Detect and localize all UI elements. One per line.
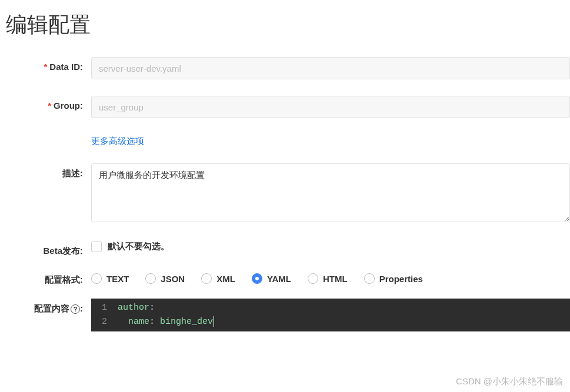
- label-content-text: 配置内容: [34, 303, 69, 313]
- label-data-id-text: Data ID:: [49, 62, 83, 72]
- radio-option-yaml[interactable]: YAML: [252, 273, 291, 284]
- page-title: 编辑配置: [0, 0, 570, 45]
- radio-properties[interactable]: [364, 273, 375, 284]
- radio-label-yaml: YAML: [267, 274, 291, 284]
- row-data-id: *Data ID:: [0, 57, 570, 79]
- radio-option-properties[interactable]: Properties: [364, 273, 423, 284]
- row-content: 配置内容?: 1 2 author: name: binghe_dev: [0, 299, 570, 331]
- row-advanced: 更多高级选项: [0, 135, 570, 147]
- radio-json[interactable]: [145, 273, 156, 284]
- cursor-icon: [214, 316, 214, 327]
- code-gutter: 1 2: [91, 299, 113, 331]
- row-format: 配置格式: TEXT JSON XML YAML: [0, 270, 570, 286]
- group-input[interactable]: [91, 96, 570, 118]
- radio-label-xml: XML: [216, 274, 235, 284]
- beta-checkbox-label: 默认不要勾选。: [108, 241, 169, 252]
- label-data-id: *Data ID:: [0, 57, 91, 72]
- radio-option-text[interactable]: TEXT: [91, 273, 129, 284]
- line-number: 1: [102, 301, 107, 315]
- row-group: *Group:: [0, 96, 570, 118]
- radio-yaml[interactable]: [252, 273, 262, 284]
- watermark: CSDN @小朱小朱绝不服输: [456, 376, 563, 387]
- radio-label-properties: Properties: [379, 274, 423, 284]
- code-token-indent: [118, 317, 128, 327]
- code-token-value: binghe_dev: [160, 317, 213, 327]
- radio-text[interactable]: [91, 273, 102, 284]
- label-format: 配置格式:: [0, 270, 91, 286]
- code-token-key: author: [118, 303, 149, 313]
- label-group: *Group:: [0, 96, 91, 110]
- label-beta: Beta发布:: [0, 241, 91, 257]
- code-line-2: name: binghe_dev: [118, 315, 214, 329]
- radio-option-xml[interactable]: XML: [201, 273, 235, 284]
- code-token-colon: :: [149, 303, 155, 313]
- label-description: 描述:: [0, 163, 91, 179]
- required-star-icon: *: [48, 100, 51, 110]
- radio-label-text: TEXT: [106, 274, 129, 284]
- line-number: 2: [102, 315, 107, 329]
- data-id-input[interactable]: [91, 57, 570, 79]
- label-group-text: Group:: [54, 100, 83, 110]
- row-beta: Beta发布: 默认不要勾选。: [0, 241, 570, 257]
- label-content: 配置内容?:: [0, 299, 91, 314]
- code-token-key: name: [128, 317, 149, 327]
- code-editor[interactable]: 1 2 author: name: binghe_dev: [91, 299, 570, 331]
- help-icon[interactable]: ?: [71, 304, 80, 314]
- code-line-1: author:: [118, 301, 214, 315]
- radio-label-json: JSON: [161, 274, 185, 284]
- beta-checkbox[interactable]: [91, 242, 102, 252]
- more-advanced-link[interactable]: 更多高级选项: [91, 136, 144, 147]
- radio-label-html: HTML: [323, 274, 348, 284]
- radio-xml[interactable]: [201, 273, 212, 284]
- format-radio-group: TEXT JSON XML YAML HTML: [91, 270, 570, 284]
- radio-option-json[interactable]: JSON: [145, 273, 185, 284]
- code-token-colon: :: [149, 317, 160, 327]
- radio-html[interactable]: [308, 273, 318, 284]
- radio-option-html[interactable]: HTML: [308, 273, 348, 284]
- required-star-icon: *: [44, 62, 47, 72]
- config-form: *Data ID: *Group: 更多高级选项 描述: 用户微服务的开发环境配…: [0, 45, 570, 331]
- code-lines[interactable]: author: name: binghe_dev: [113, 299, 219, 331]
- row-description: 描述: 用户微服务的开发环境配置: [0, 163, 570, 225]
- description-textarea[interactable]: 用户微服务的开发环境配置: [91, 163, 570, 222]
